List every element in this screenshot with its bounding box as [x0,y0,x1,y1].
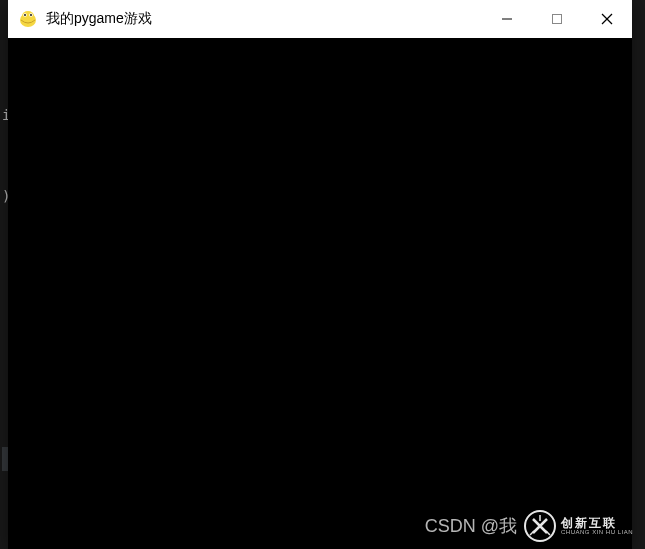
pygame-snake-icon [18,9,38,29]
watermark-text: CSDN @我 [425,514,517,538]
watermark: CSDN @我 创新互联 CHUANG XIN HU LIAN [425,509,633,543]
logo-text-en: CHUANG XIN HU LIAN [561,529,633,535]
logo-icon [523,509,557,543]
close-button[interactable] [582,0,632,38]
window-title: 我的pygame游戏 [46,10,482,28]
pygame-surface [8,38,632,549]
maximize-button[interactable] [532,0,582,38]
svg-point-4 [24,14,26,16]
pygame-window: 我的pygame游戏 [8,0,632,549]
watermark-logo: 创新互联 CHUANG XIN HU LIAN [523,509,633,543]
logo-text-cn: 创新互联 [561,517,633,529]
svg-point-5 [30,14,32,16]
window-titlebar[interactable]: 我的pygame游戏 [8,0,632,38]
window-controls [482,0,632,38]
minimize-button[interactable] [482,0,532,38]
svg-rect-7 [553,15,562,24]
logo-text: 创新互联 CHUANG XIN HU LIAN [561,517,633,535]
